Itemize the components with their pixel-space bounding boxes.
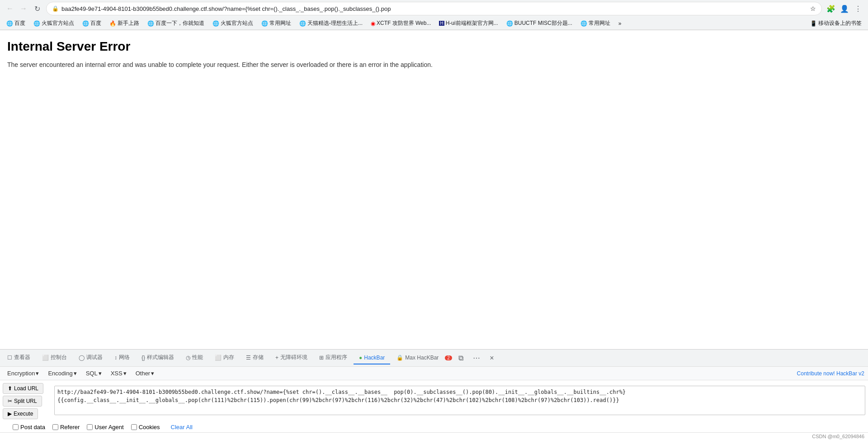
bookmark-icon: 🌐 — [82, 20, 89, 27]
security-icon: 🔒 — [52, 5, 59, 12]
bookmark-label: 火狐官方站点 — [42, 19, 74, 27]
extensions-button[interactable]: 🧩 — [825, 2, 837, 15]
toolbar-icons: 🧩 👤 ⋮ — [825, 2, 864, 15]
bookmark-firefox[interactable]: 🌐火狐官方站点 — [31, 19, 77, 28]
more-button[interactable]: ⋮ — [852, 2, 864, 15]
bookmark-label: 百度 — [90, 19, 101, 27]
bookmark-more[interactable]: » — [616, 19, 624, 28]
bookmark-label: 火狐官方站点 — [221, 19, 253, 27]
bookmark-common[interactable]: 🌐常用网址 — [259, 19, 294, 28]
bookmark-baidu[interactable]: 🌐百度 — [4, 19, 28, 28]
bookmark-label: » — [618, 20, 622, 27]
bookmark-label: 天猫精选-理想生活上... — [307, 19, 363, 27]
forward-button[interactable]: → — [17, 2, 30, 15]
bookmark-icon: 🌐 — [212, 20, 219, 27]
bookmark-icon: 🌐 — [580, 20, 587, 27]
nav-buttons: ← → ↻ — [4, 2, 43, 15]
bookmark-icon: 🌐 — [506, 20, 513, 27]
reload-button[interactable]: ↻ — [31, 2, 43, 15]
bookmark-hui[interactable]: HH-ui前端框架官方网... — [436, 19, 500, 28]
titlebar: ← → ↻ 🔒 baa2fe49-9e71-4904-8101-b3009b55… — [0, 0, 868, 17]
bookmark-mobile[interactable]: 📱移动设备上的书签 — [807, 19, 864, 28]
bookmark-icon: 🌐 — [6, 20, 13, 27]
bookmark-label: 常用网址 — [269, 19, 291, 27]
bookmark-icon: 🌐 — [33, 20, 40, 27]
bookmark-label: XCTF 攻防世界 Web... — [377, 19, 431, 27]
bookmark-icon: 🌐 — [261, 20, 268, 27]
bookmark-label: H-ui前端框架官方网... — [446, 19, 498, 27]
bookmark-icon: 🔥 — [109, 20, 116, 27]
bookmark-baidu-search[interactable]: 🌐百度一下，你就知道 — [145, 19, 207, 28]
error-description: The server encountered an internal error… — [7, 61, 861, 68]
bookmark-icon: ◉ — [371, 20, 375, 27]
error-title: Internal Server Error — [7, 39, 861, 54]
bookmark-firefox2[interactable]: 🌐火狐官方站点 — [210, 19, 256, 28]
bookmark-common2[interactable]: 🌐常用网址 — [578, 19, 613, 28]
bookmark-label: 百度 — [14, 19, 25, 27]
bookmarks-bar: 🌐百度 🌐火狐官方站点 🌐百度 🔥新手上路 🌐百度一下，你就知道 🌐火狐官方站点… — [0, 17, 868, 30]
bookmark-xctf[interactable]: ◉XCTF 攻防世界 Web... — [368, 19, 434, 28]
bookmark-icon: H — [439, 21, 444, 26]
bookmark-icon: 🌐 — [147, 20, 154, 27]
bookmark-icon: 🌐 — [299, 20, 306, 27]
bookmark-label: 移动设备上的书签 — [818, 19, 862, 27]
bookmark-label: 新手上路 — [118, 19, 139, 27]
bookmark-newbie[interactable]: 🔥新手上路 — [107, 19, 142, 28]
star-icon[interactable]: ☆ — [810, 5, 816, 12]
bookmark-label: 百度一下，你就知道 — [156, 19, 204, 27]
bookmark-tmall[interactable]: 🌐天猫精选-理想生活上... — [297, 19, 365, 28]
bookmark-buuctf[interactable]: 🌐BUUCTF MISC部分题... — [504, 19, 575, 28]
bookmark-baidu2[interactable]: 🌐百度 — [80, 19, 104, 28]
bookmark-label: BUUCTF MISC部分题... — [514, 19, 572, 27]
back-button[interactable]: ← — [4, 2, 16, 15]
browser-chrome: ← → ↻ 🔒 baa2fe49-9e71-4904-8101-b3009b55… — [0, 0, 868, 30]
bookmark-label: 常用网址 — [589, 19, 610, 27]
bookmark-icon: 📱 — [810, 20, 817, 27]
url-display: baa2fe49-9e71-4904-8101-b3009b55bed0.cha… — [61, 5, 807, 12]
account-button[interactable]: 👤 — [838, 2, 851, 15]
page-content: Internal Server Error The server encount… — [0, 30, 868, 211]
address-bar[interactable]: 🔒 baa2fe49-9e71-4904-8101-b3009b55bed0.c… — [46, 2, 822, 15]
